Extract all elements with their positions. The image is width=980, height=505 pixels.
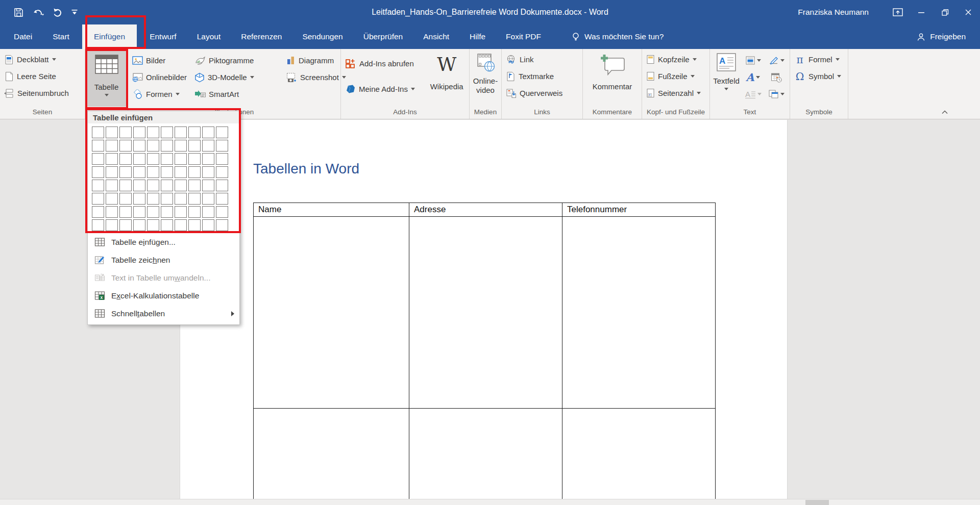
table-size-grid-cell[interactable] (106, 127, 118, 138)
table-size-grid-cell[interactable] (161, 180, 173, 191)
table-size-grid-cell[interactable] (106, 166, 118, 178)
table-cell[interactable] (562, 217, 715, 409)
diagramm-button[interactable]: Diagramm (284, 52, 338, 69)
table-size-grid-cell[interactable] (161, 166, 173, 178)
table-size-grid-cell[interactable] (188, 206, 201, 218)
table-size-grid-cell[interactable] (216, 206, 228, 218)
table-size-grid-cell[interactable] (133, 219, 145, 231)
menu-item-excel-kalkulationstabelle[interactable]: x Excel-Kalkulationstabelle (88, 287, 239, 305)
table-size-grid-cell[interactable] (216, 166, 228, 178)
online-video-button[interactable]: Online- video (471, 50, 500, 107)
menu-item-tabelle-zeichnen[interactable]: Tabelle zeichnen (88, 251, 239, 269)
table-size-grid-cell[interactable] (161, 127, 173, 138)
table-size-grid-cell[interactable] (161, 140, 173, 152)
restore-button[interactable] (933, 0, 957, 24)
table-size-grid-cell[interactable] (133, 166, 145, 178)
table-size-grid-cell[interactable] (202, 166, 214, 178)
table-size-grid-cell[interactable] (188, 153, 201, 165)
table-size-grid-cell[interactable] (147, 180, 159, 191)
table-size-grid-cell[interactable] (119, 127, 132, 138)
table-size-grid-cell[interactable] (106, 206, 118, 218)
table-size-grid-cell[interactable] (216, 180, 228, 191)
bilder-button[interactable]: Bilder (130, 52, 192, 69)
wordart-button[interactable]: A (741, 69, 765, 86)
table-size-grid-cell[interactable] (175, 193, 187, 205)
table-cell[interactable] (254, 409, 409, 499)
table-size-grid-cell[interactable] (216, 153, 228, 165)
screenshot-button[interactable]: Screenshot (284, 69, 338, 86)
table-size-grid-cell[interactable] (161, 206, 173, 218)
add-ins-abrufen-button[interactable]: Add-Ins abrufen (342, 55, 426, 72)
tab-ansicht[interactable]: Ansicht (415, 24, 457, 49)
share-button[interactable]: Freigeben (917, 24, 966, 49)
tab-einfuegen[interactable]: Einfügen (82, 24, 137, 49)
table-size-grid-cell[interactable] (119, 193, 132, 205)
table-header-name[interactable]: Name (254, 203, 409, 217)
table-size-grid-cell[interactable] (147, 206, 159, 218)
formen-button[interactable]: Formen (130, 86, 192, 103)
table-size-grid-cell[interactable] (133, 193, 145, 205)
table-size-grid-cell[interactable] (188, 180, 201, 191)
customize-qat-button[interactable] (71, 9, 78, 16)
close-button[interactable] (957, 0, 980, 24)
table-size-grid-cell[interactable] (175, 127, 187, 138)
document-page[interactable]: Tabellen in Word Name Adresse Telefonnum… (180, 120, 788, 499)
undo-button[interactable] (32, 7, 44, 17)
table-size-grid-cell[interactable] (175, 140, 187, 152)
table-size-grid-cell[interactable] (106, 153, 118, 165)
tab-start[interactable]: Start (45, 24, 77, 49)
table-size-grid-cell[interactable] (202, 127, 214, 138)
table-size-grid-cell[interactable] (92, 206, 104, 218)
table-size-grid-cell[interactable] (119, 140, 132, 152)
table-size-grid-cell[interactable] (133, 153, 145, 165)
horizontal-scrollbar-thumb[interactable] (805, 500, 829, 505)
table-size-grid-cell[interactable] (188, 193, 201, 205)
tab-ueberpruefen[interactable]: Überprüfen (356, 24, 411, 49)
table-size-grid-cell[interactable] (161, 219, 173, 231)
minimize-button[interactable] (910, 0, 933, 24)
tab-layout[interactable]: Layout (189, 24, 229, 49)
table-size-grid-cell[interactable] (119, 180, 132, 191)
deckblatt-button[interactable]: Deckblatt (2, 51, 83, 68)
table-size-grid-cell[interactable] (216, 140, 228, 152)
collapse-ribbon-button[interactable] (941, 108, 948, 117)
tell-me-box[interactable]: Was möchten Sie tun? (572, 24, 664, 49)
menu-item-schnelltabellen[interactable]: Schnelltabellen (88, 305, 239, 322)
fusszeile-button[interactable]: Fußzeile (644, 68, 708, 85)
tab-datei[interactable]: Datei (6, 24, 40, 49)
querverweis-button[interactable]: Querverweis (503, 85, 581, 102)
wikipedia-button[interactable]: W Wikipedia (426, 50, 468, 107)
table-size-grid-cell[interactable] (147, 219, 159, 231)
table-size-grid-cell[interactable] (147, 153, 159, 165)
table-size-grid-cell[interactable] (106, 219, 118, 231)
table-size-grid-cell[interactable] (188, 219, 201, 231)
textfeld-button[interactable]: A Textfeld (712, 50, 741, 107)
table-size-grid-cell[interactable] (175, 153, 187, 165)
table-size-grid-cell[interactable] (92, 153, 104, 165)
table-size-grid-cell[interactable] (188, 127, 201, 138)
tab-entwurf[interactable]: Entwurf (142, 24, 184, 49)
leere-seite-button[interactable]: Leere Seite (2, 68, 83, 85)
table-size-grid-cell[interactable] (92, 180, 104, 191)
tab-referenzen[interactable]: Referenzen (233, 24, 289, 49)
seitenumbruch-button[interactable]: Seitenumbruch (2, 85, 83, 102)
table-size-grid-cell[interactable] (175, 180, 187, 191)
table-size-grid-cell[interactable] (133, 180, 145, 191)
datum-und-uhrzeit-button[interactable] (765, 69, 788, 86)
table-size-grid-cell[interactable] (147, 140, 159, 152)
table-size-grid-cell[interactable] (202, 219, 214, 231)
tab-hilfe[interactable]: Hilfe (462, 24, 493, 49)
table-size-grid-cell[interactable] (133, 140, 145, 152)
table-size-grid-cell[interactable] (188, 140, 201, 152)
link-button[interactable]: Link (503, 51, 581, 68)
table-size-grid-cell[interactable] (119, 206, 132, 218)
meine-add-ins-button[interactable]: Meine Add-Ins (342, 81, 426, 97)
table-size-grid-cell[interactable] (119, 219, 132, 231)
piktogramme-button[interactable]: Piktogramme (192, 52, 284, 69)
table-size-grid-cell[interactable] (175, 166, 187, 178)
table-size-grid-cell[interactable] (119, 166, 132, 178)
table-size-grid-cell[interactable] (202, 153, 214, 165)
table-cell[interactable] (409, 217, 562, 409)
kommentar-button[interactable]: Kommentar (584, 50, 640, 107)
table-size-grid-cell[interactable] (161, 193, 173, 205)
